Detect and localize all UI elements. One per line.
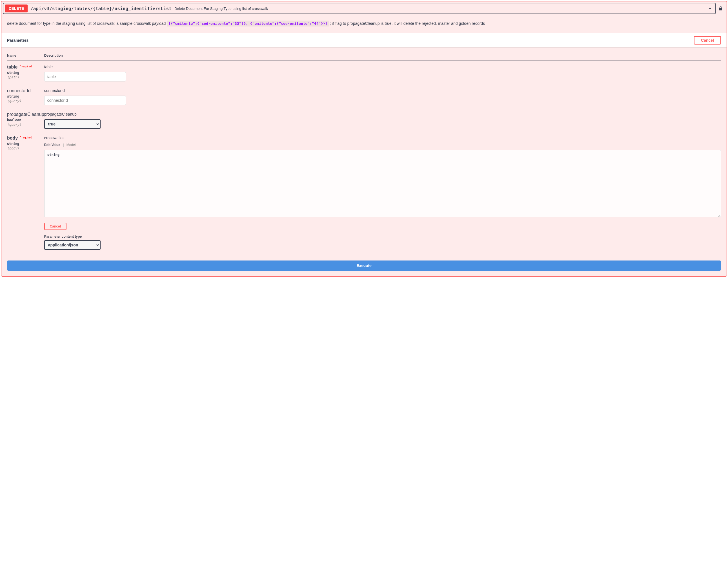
opblock-delete: DELETE /api/v3/staging/tables/{table}/us…	[1, 1, 727, 277]
body-tabs: Edit Value | Model	[44, 143, 721, 147]
param-name: connectorId	[7, 88, 44, 93]
parameters-table: Name Description table *required string	[7, 51, 721, 253]
param-desc: table	[44, 65, 721, 69]
endpoint-summary: Delete Document For Staging Type using l…	[174, 6, 268, 11]
cancel-button[interactable]: Cancel	[694, 36, 721, 45]
opblock-body: delete document for type in the staging …	[1, 15, 727, 276]
tab-model[interactable]: Model	[66, 143, 76, 147]
param-row-propagatecleanup: propagateCleanup boolean (query) propaga…	[7, 108, 721, 132]
tab-separator: |	[63, 143, 64, 147]
propagatecleanup-select[interactable]: true false	[44, 119, 101, 129]
opblock-summary[interactable]: DELETE /api/v3/staging/tables/{table}/us…	[1, 1, 727, 15]
description-code: [{"emitente":{"cod-emitente":"33"}}, {"e…	[167, 20, 329, 27]
content-type-row: Parameter content type application/json	[44, 235, 721, 250]
parameters-container: Name Description table *required string	[1, 47, 727, 260]
tab-edit-value[interactable]: Edit Value	[44, 143, 60, 147]
parameters-header: Parameters Cancel	[1, 33, 727, 47]
param-type: string	[7, 94, 44, 98]
required-label: required	[21, 136, 32, 139]
param-row-body: body *required string (body) crosswalks …	[7, 132, 721, 253]
parameters-title: Parameters	[7, 38, 29, 43]
param-desc: connectorId	[44, 88, 721, 93]
description-prefix: delete document for type in the staging …	[7, 21, 167, 26]
col-header-description: Description	[44, 51, 721, 60]
param-in: (query)	[7, 99, 44, 103]
param-name: propagateCleanup	[7, 112, 44, 117]
required-star: *	[19, 135, 21, 139]
table-input[interactable]	[44, 72, 126, 81]
endpoint-description: delete document for type in the staging …	[1, 15, 727, 33]
lock-icon[interactable]	[718, 6, 724, 11]
content-type-label: Parameter content type	[44, 235, 721, 239]
execute-button[interactable]: Execute	[7, 260, 721, 271]
param-type: string	[7, 142, 44, 146]
param-name: table	[7, 65, 17, 69]
col-header-name: Name	[7, 51, 44, 60]
param-type: boolean	[7, 118, 44, 122]
required-label: required	[21, 65, 32, 68]
description-suffix: ; if flag to propagateCleanup is true, i…	[330, 21, 485, 26]
param-type: string	[7, 71, 44, 75]
param-desc: propagateCleanup	[44, 112, 721, 116]
param-in: (body)	[7, 146, 44, 150]
execute-wrapper: Execute	[1, 260, 727, 276]
method-badge: DELETE	[5, 4, 28, 12]
param-name: body	[7, 136, 18, 140]
param-row-table: table *required string (path) table	[7, 60, 721, 85]
endpoint-path: /api/v3/staging/tables/{table}/using_ide…	[31, 6, 172, 11]
cancel-body-button[interactable]: Cancel	[44, 223, 66, 230]
content-type-select[interactable]: application/json	[44, 240, 101, 250]
param-row-connectorid: connectorId string (query) connectorId	[7, 84, 721, 108]
chevron-up-icon[interactable]	[707, 5, 713, 12]
param-desc: crosswalks	[44, 136, 721, 140]
param-in: (query)	[7, 123, 44, 127]
body-textarea[interactable]	[44, 150, 721, 217]
summary-inner[interactable]: DELETE /api/v3/staging/tables/{table}/us…	[3, 3, 716, 14]
connectorid-input[interactable]	[44, 95, 126, 105]
param-in: (path)	[7, 75, 44, 79]
